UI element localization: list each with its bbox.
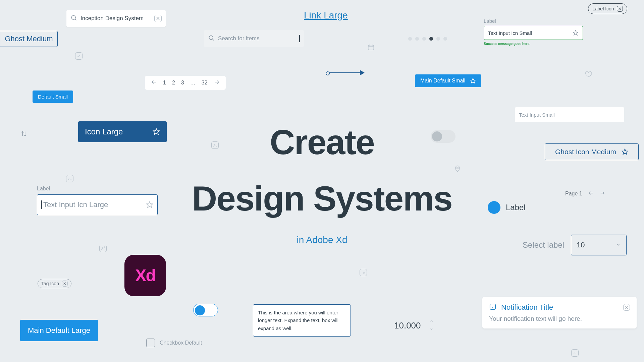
mini-pager[interactable]: Page 1 bbox=[565, 190, 605, 197]
image-icon bbox=[66, 175, 73, 182]
checkbox-done-icon bbox=[75, 52, 83, 60]
pagination[interactable]: 1 2 3 … 32 bbox=[145, 76, 226, 90]
label-icon-tag[interactable]: Label Icon bbox=[588, 3, 627, 14]
page-last[interactable]: 32 bbox=[202, 80, 208, 86]
svg-line-5 bbox=[213, 39, 214, 41]
headline-create: Create bbox=[270, 125, 374, 160]
page-2[interactable]: 2 bbox=[172, 80, 175, 86]
star-icon bbox=[470, 78, 476, 84]
image-edit-icon bbox=[99, 245, 107, 252]
close-icon[interactable] bbox=[617, 6, 623, 12]
close-icon[interactable] bbox=[62, 281, 68, 287]
svg-point-0 bbox=[71, 15, 75, 19]
number-stepper[interactable]: 10.000 bbox=[394, 318, 434, 333]
mini-pager-label: Page 1 bbox=[565, 191, 582, 197]
svg-marker-13 bbox=[471, 78, 476, 83]
sort-icon bbox=[20, 130, 28, 139]
svg-marker-20 bbox=[622, 149, 628, 155]
heart-icon bbox=[585, 70, 592, 79]
location-icon bbox=[454, 165, 461, 174]
search-items-input[interactable]: Search for items bbox=[204, 30, 304, 47]
star-icon[interactable] bbox=[146, 201, 153, 208]
input-icn-small-label: Label bbox=[484, 18, 583, 24]
svg-point-24 bbox=[102, 247, 103, 248]
select-label: Select label bbox=[523, 240, 564, 250]
input-icn-small-value: Text Input Icn Small bbox=[488, 30, 573, 36]
textarea-text: This is the area where you will enter lo… bbox=[258, 310, 338, 331]
xd-logo-text: Xd bbox=[135, 266, 155, 285]
chevron-up-icon[interactable] bbox=[429, 318, 434, 324]
arrow-left-icon[interactable] bbox=[151, 79, 157, 86]
star-icon[interactable] bbox=[573, 30, 579, 36]
carousel-dots[interactable] bbox=[408, 37, 447, 41]
arrow-left-icon[interactable] bbox=[588, 190, 594, 197]
chevron-down-icon[interactable] bbox=[429, 326, 434, 333]
arrow-right-icon[interactable] bbox=[600, 190, 605, 197]
main-default-small-button[interactable]: Main Default Small bbox=[415, 74, 481, 87]
dot-6 bbox=[443, 37, 447, 41]
link-large[interactable]: Link Large bbox=[304, 10, 348, 21]
radio-group[interactable]: Label bbox=[488, 201, 526, 214]
search-inception-value: Inception Design System bbox=[80, 15, 154, 22]
checkbox-box[interactable] bbox=[146, 339, 155, 347]
ghost-icon-medium-label: Ghost Icon Medium bbox=[555, 148, 616, 156]
input-icn-small-group: Label Text Input Icn Small Success messa… bbox=[484, 18, 583, 46]
text-cursor-icon bbox=[299, 35, 300, 42]
xd-logo: Xd bbox=[124, 255, 166, 296]
dot-2 bbox=[415, 37, 419, 41]
toggle-knob bbox=[432, 131, 442, 141]
calendar-icon bbox=[367, 44, 375, 52]
icon-large-label: Icon Large bbox=[85, 127, 123, 136]
star-icon bbox=[153, 128, 160, 135]
select-value: 10 bbox=[577, 241, 585, 249]
radio-label: Label bbox=[506, 203, 526, 212]
dot-1 bbox=[408, 37, 412, 41]
textarea[interactable]: This is the area where you will enter lo… bbox=[253, 304, 351, 337]
text-cursor-icon bbox=[41, 200, 42, 209]
close-icon[interactable] bbox=[623, 304, 630, 311]
text-input-small-placeholder: Text Input Small bbox=[519, 112, 555, 118]
main-default-large-label: Main Default Large bbox=[28, 326, 90, 335]
chevron-down-icon bbox=[615, 241, 621, 249]
notification-title: Notification Title bbox=[501, 303, 619, 312]
select-group: Select label 10 bbox=[523, 235, 627, 255]
input-success-message: Success message goes here. bbox=[484, 42, 583, 46]
clear-icon[interactable] bbox=[154, 15, 162, 22]
search-items-placeholder: Search for items bbox=[218, 35, 297, 42]
svg-line-1 bbox=[75, 19, 76, 20]
main-default-large-button[interactable]: Main Default Large bbox=[20, 320, 98, 341]
checkbox-label: Checkbox Default bbox=[160, 340, 202, 346]
label-icon-tag-text: Label Icon bbox=[592, 6, 614, 11]
input-icn-small[interactable]: Text Input Icn Small bbox=[484, 26, 583, 40]
svg-point-4 bbox=[209, 36, 213, 40]
page-ellipsis: … bbox=[190, 80, 196, 86]
svg-marker-16 bbox=[153, 129, 159, 134]
page-3[interactable]: 3 bbox=[181, 80, 184, 86]
tag-icon-pill[interactable]: Tag Icon bbox=[38, 279, 71, 288]
toggle-off[interactable] bbox=[431, 130, 455, 143]
default-small-button[interactable]: Default Small bbox=[33, 90, 73, 103]
svg-point-19 bbox=[457, 167, 459, 169]
icon-large-button[interactable]: Icon Large bbox=[78, 121, 167, 142]
default-small-label: Default Small bbox=[38, 94, 68, 100]
checkbox-default[interactable]: Checkbox Default bbox=[146, 339, 202, 347]
arrow-line bbox=[327, 72, 364, 73]
ghost-medium-label: Ghost Medium bbox=[5, 35, 53, 43]
ghost-medium-button[interactable]: Ghost Medium bbox=[0, 31, 58, 47]
select-box[interactable]: 10 bbox=[571, 235, 627, 255]
radio-button[interactable] bbox=[488, 201, 500, 214]
svg-marker-21 bbox=[147, 202, 153, 207]
search-inception-input[interactable]: Inception Design System bbox=[66, 10, 166, 27]
ghost-icon-medium-button[interactable]: Ghost Icon Medium bbox=[545, 143, 639, 160]
input-icn-large-group: Label Text Input Icn Large bbox=[37, 186, 158, 215]
toggle-on[interactable] bbox=[193, 304, 218, 316]
image-icon bbox=[211, 141, 219, 149]
star-icon bbox=[622, 148, 628, 155]
headline-design-systems: Design Systems bbox=[192, 181, 452, 216]
arrow-right-icon[interactable] bbox=[214, 79, 220, 86]
page-1[interactable]: 1 bbox=[163, 80, 166, 86]
input-icn-large[interactable]: Text Input Icn Large bbox=[37, 194, 158, 215]
tag-icon-text: Tag Icon bbox=[41, 281, 59, 286]
chart-icon bbox=[571, 349, 579, 357]
text-input-small[interactable]: Text Input Small bbox=[515, 107, 624, 122]
